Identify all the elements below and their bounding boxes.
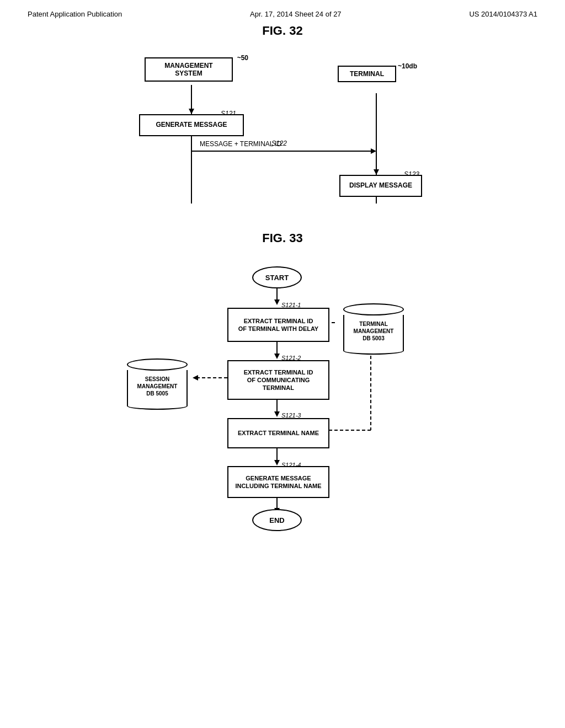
management-system-box: MANAGEMENTSYSTEM ~50	[145, 57, 233, 82]
fig33-diagram: START S121-1 EXTRACT TERMINAL IDOF TERMI…	[89, 256, 476, 576]
svg-marker-3	[371, 148, 376, 154]
terminal-box: TERMINAL ~10db	[338, 66, 396, 82]
step4-box: GENERATE MESSAGEINCLUDING TERMINAL NAME	[227, 466, 329, 498]
end-oval: END	[252, 509, 302, 531]
svg-marker-11	[274, 354, 280, 359]
header-center: Apr. 17, 2014 Sheet 24 of 27	[250, 10, 342, 18]
svg-marker-25	[193, 375, 198, 381]
terminal-ref: ~10db	[398, 62, 417, 70]
svg-marker-13	[274, 411, 280, 417]
display-message-box: DISPLAY MESSAGE	[339, 175, 422, 197]
header-left: Patent Application Publication	[28, 10, 122, 18]
svg-marker-15	[274, 460, 280, 465]
svg-marker-5	[189, 109, 194, 114]
fig33-title: FIG. 33	[0, 231, 565, 245]
db2-cylinder: SESSIONMANAGEMENTDB 5005	[127, 358, 188, 410]
svg-marker-7	[374, 169, 379, 175]
db1-cylinder: TERMINALMANAGEMENTDB 5003	[343, 303, 404, 355]
step1-box: EXTRACT TERMINAL IDOF TERMINAL WITH DELA…	[227, 308, 329, 342]
step3-box: EXTRACT TERMINAL NAME	[227, 418, 329, 448]
step2-box: EXTRACT TERMINAL IDOF COMMUNICATINGTERMI…	[227, 360, 329, 400]
start-oval: START	[252, 266, 302, 288]
generate-message-box: GENERATE MESSAGE	[139, 114, 244, 136]
fig32-diagram: MANAGEMENTSYSTEM ~50 TERMINAL ~10db S121…	[89, 55, 476, 209]
header-right: US 2014/0104373 A1	[469, 10, 537, 18]
message-terminal-id-label: MESSAGE + TERMINAL ID	[200, 140, 281, 148]
fig32-title: FIG. 32	[0, 24, 565, 38]
svg-marker-9	[274, 299, 280, 305]
page-header: Patent Application Publication Apr. 17, …	[0, 0, 565, 24]
management-system-ref: ~50	[237, 54, 248, 62]
